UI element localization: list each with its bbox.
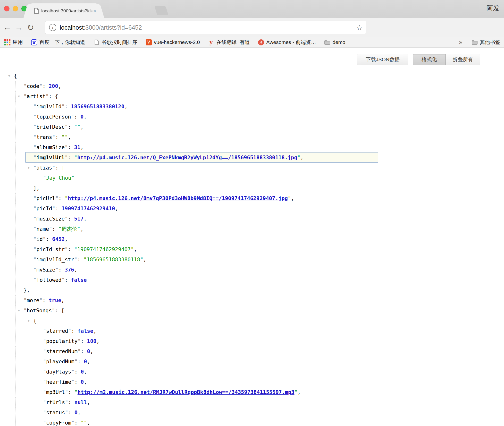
- indent-guide: [15, 193, 16, 204]
- forward-button[interactable]: →: [14, 23, 24, 32]
- json-line-text: "picId_str": "19097417462929407",: [33, 246, 137, 252]
- bookmark-awesomes[interactable]: A Awesomes - 前端资…: [258, 39, 316, 46]
- json-line-text: "popularity": 100,: [43, 338, 100, 344]
- bookmark-youdao-translate[interactable]: y 在线翻译_有道: [208, 39, 250, 46]
- collapse-all-button[interactable]: 折叠所有: [446, 54, 480, 65]
- bookmarks-bar: 应用 百度一下，你就知道: [0, 37, 504, 48]
- json-key: img1v1Id_str: [36, 256, 74, 263]
- collapse-arrow-icon[interactable]: ▼: [18, 306, 20, 316]
- json-line-text: ],: [33, 185, 40, 191]
- indent-guide: [15, 122, 16, 132]
- indent-guide: [15, 316, 16, 326]
- indent-guide: [25, 336, 25, 346]
- new-tab-button[interactable]: [154, 6, 168, 15]
- json-key: hearTime: [46, 379, 71, 385]
- address-bar[interactable]: i localhost:3000/artists?id=6452 ☆: [45, 21, 366, 34]
- indent-guide: [35, 173, 35, 183]
- json-line-text: "followed": false: [33, 277, 87, 283]
- bookmark-baidu[interactable]: 百度一下，你就知道: [31, 39, 85, 46]
- tab-bar: localhost:3000/artists?id=645 × 阿发: [0, 0, 504, 18]
- json-line-text: },: [24, 287, 30, 293]
- traffic-lights: [4, 6, 27, 11]
- collapse-arrow-icon[interactable]: ▼: [8, 71, 10, 81]
- tab-close-icon[interactable]: ×: [93, 9, 96, 13]
- awesomes-icon: A: [258, 39, 264, 45]
- site-info-icon[interactable]: i: [49, 24, 56, 31]
- indent-guide: [15, 265, 16, 275]
- json-key: playedNum: [46, 358, 75, 365]
- indent-guide: [15, 255, 16, 265]
- minimize-window-button[interactable]: [13, 6, 18, 11]
- json-key: starredNum: [46, 348, 77, 354]
- format-button[interactable]: 格式化: [413, 54, 446, 65]
- bookmark-demo-folder[interactable]: demo: [324, 39, 345, 45]
- json-key: picId: [36, 205, 52, 212]
- close-window-button[interactable]: [4, 6, 9, 11]
- collapse-arrow-icon[interactable]: ▼: [28, 163, 30, 173]
- json-line-text: "briefDesc": "",: [33, 124, 84, 130]
- json-line: "starredNum": 0,: [0, 346, 379, 357]
- browser-window: localhost:3000/artists?id=645 × 阿发 ← → ↻…: [0, 0, 504, 426]
- json-line-text: "img1v1Url": "http://p4.music.126.net/Q_…: [33, 154, 303, 161]
- indent-guide: [35, 357, 35, 367]
- json-line-text: "artist": {: [24, 93, 58, 99]
- indent-guide: [15, 336, 16, 346]
- bookmarks-overflow-icon[interactable]: »: [459, 39, 462, 46]
- indent-guide: [35, 397, 35, 408]
- collapse-arrow-icon[interactable]: ▼: [18, 91, 20, 102]
- indent-guide: [15, 418, 16, 426]
- download-json-button[interactable]: 下载JSON数据: [357, 54, 408, 65]
- json-key: picUrl: [36, 195, 55, 201]
- json-value: false: [77, 328, 93, 334]
- json-url-link[interactable]: http://p4.music.126.net/8mv7qP30Pd3oHW8b…: [68, 195, 288, 201]
- bookmark-apps[interactable]: 应用: [4, 39, 23, 46]
- json-key: starred: [46, 328, 68, 334]
- reload-button[interactable]: ↻: [25, 23, 36, 32]
- indent-guide: [25, 244, 25, 255]
- json-line-text: "trans": "",: [33, 134, 71, 140]
- bookmark-star-icon[interactable]: ☆: [356, 23, 363, 32]
- json-line-text: "alias": [: [33, 165, 65, 171]
- json-value: 0: [81, 379, 84, 385]
- indent-guide: [15, 244, 16, 255]
- json-line-text: {: [33, 318, 36, 324]
- json-line: "briefDesc": "",: [0, 122, 379, 132]
- json-url-link[interactable]: http://p4.music.126.net/Q_ExePNkmgB2yWyL…: [77, 154, 297, 161]
- json-key: albumSize: [36, 144, 65, 150]
- browser-tab[interactable]: localhost:3000/artists?id=645 ×: [30, 3, 98, 18]
- json-key: briefDesc: [36, 124, 65, 130]
- json-key: name: [36, 226, 49, 232]
- json-line: "rtUrls": null,: [0, 397, 379, 408]
- json-value: 19097417462929410: [62, 205, 115, 212]
- json-line: ▼"hotSongs": [: [0, 306, 379, 316]
- json-line-text: {: [14, 73, 17, 79]
- json-line-text: "picId": 19097417462929410,: [33, 205, 118, 212]
- profile-name[interactable]: 阿发: [487, 4, 500, 13]
- json-line-text: "topicPerson": 0,: [33, 114, 87, 120]
- json-url-link[interactable]: http://m2.music.126.net/RMJR7wDullRqppBk…: [77, 389, 294, 395]
- indent-guide: [35, 367, 35, 377]
- url-text[interactable]: localhost:3000/artists?id=6452: [60, 24, 142, 31]
- indent-guide: [15, 295, 16, 306]
- json-line: ],: [0, 183, 379, 193]
- json-line: "playedNum": 0,: [0, 357, 379, 367]
- indent-guide: [15, 132, 16, 142]
- json-line: "name": "周杰伦",: [0, 224, 379, 234]
- indent-guide: [25, 122, 25, 132]
- indent-guide: [15, 214, 16, 224]
- json-value: 200: [49, 83, 58, 89]
- other-bookmarks-folder[interactable]: 其他书签: [471, 39, 500, 46]
- bookmark-google-sort[interactable]: 谷歌按时间排序: [93, 39, 137, 46]
- bookmark-vue-hackernews[interactable]: V vue-hackernews-2.0: [146, 39, 200, 45]
- json-key: copyFrom: [46, 420, 71, 426]
- json-line: "followed": false: [0, 275, 379, 285]
- back-button[interactable]: ←: [2, 23, 13, 32]
- json-key: picId_str: [36, 246, 65, 252]
- json-key: mvSize: [36, 267, 55, 273]
- json-key: code: [27, 83, 39, 89]
- indent-guide: [25, 173, 25, 183]
- collapse-arrow-icon[interactable]: ▼: [28, 316, 30, 326]
- folder-icon: [324, 39, 330, 45]
- json-line-text: "hotSongs": [: [24, 307, 64, 314]
- indent-guide: [35, 326, 35, 336]
